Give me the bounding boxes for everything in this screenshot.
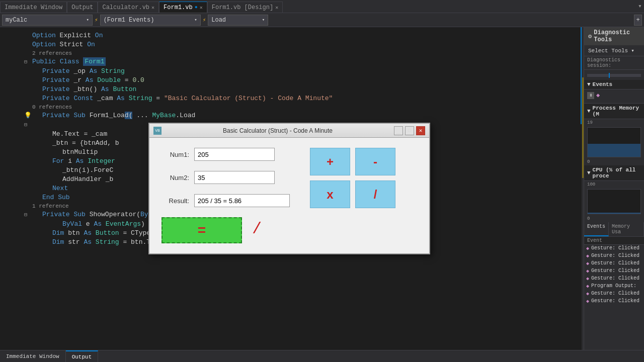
- modified-indicator: ●: [195, 5, 198, 10]
- scroll-thumb[interactable]: [581, 27, 582, 124]
- scroll-indicator: [582, 27, 584, 350]
- event-item: ◆ Gesture: Clicked: [584, 267, 644, 275]
- event-item: ◆ Gesture: Clicked: [584, 290, 644, 298]
- events-content: ⏸ ◆: [584, 89, 644, 104]
- code-line: Option Explicit On: [0, 31, 584, 40]
- tab-calculator-vb[interactable]: Calculator.vb ✕: [98, 2, 159, 13]
- equals-button[interactable]: =: [162, 217, 242, 243]
- event-dot-icon: ◆: [586, 245, 589, 251]
- events-list[interactable]: Event ◆ Gesture: Clicked ◆ Gesture: Clic…: [584, 237, 644, 350]
- project-dropdown[interactable]: myCalc ▾: [2, 15, 93, 26]
- tab-output[interactable]: Output: [67, 2, 98, 13]
- event-item: ◆ Gesture: Clicked: [584, 298, 644, 305]
- slash-hint: /: [252, 220, 262, 238]
- cpu-low-label: 0: [587, 216, 641, 221]
- lightning-icon-1: ⚡: [95, 17, 98, 23]
- cpu-high-label: 100: [587, 182, 641, 187]
- calc-app-icon: VB: [153, 127, 162, 135]
- tab-overflow[interactable]: ▾: [636, 0, 644, 13]
- bottom-tab-immediate[interactable]: Immediate Window: [0, 350, 66, 362]
- select-tools-label: Select Tools: [588, 48, 628, 54]
- minimize-button[interactable]: _: [394, 126, 403, 135]
- collapse-icon[interactable]: ⊟: [24, 122, 27, 128]
- handler-dropdown[interactable]: Load ▾: [208, 15, 268, 26]
- result-label: Result:: [162, 197, 189, 205]
- tab-immediate-window[interactable]: Immediate Window: [0, 2, 67, 13]
- event-text: Gesture: Clicked: [591, 276, 639, 281]
- diagnostic-panel: ⚙ Diagnostic Tools Select Tools ▾ Diagno…: [584, 27, 644, 350]
- calc-body: Num1: Num2: Result:: [149, 138, 429, 253]
- code-line: Private _op As String: [0, 67, 584, 76]
- event-dot-icon: ◆: [586, 291, 589, 297]
- events-column-header: Event: [584, 237, 644, 245]
- memory-usage-tab[interactable]: Memory Usa: [609, 222, 644, 236]
- session-label: Diagnostics session:: [584, 56, 644, 70]
- maximize-button[interactable]: □: [405, 126, 414, 135]
- add-button[interactable]: +: [310, 148, 350, 175]
- handler-chevron-icon: ▾: [262, 17, 265, 23]
- event-dot-icon: ◆: [586, 283, 589, 289]
- cpu-chart: [587, 189, 641, 214]
- memory-chart-container: 19 0: [584, 119, 644, 165]
- bottom-row: = /: [162, 217, 417, 243]
- code-editor[interactable]: Option Explicit On Option Strict On 2 re…: [0, 27, 584, 350]
- event-item: ◆ Program Output:: [584, 283, 644, 290]
- memory-chart-fill: [588, 144, 640, 157]
- event-text: Program Output:: [591, 283, 636, 289]
- event-text: Gesture: Clicked: [591, 253, 639, 258]
- result-input[interactable]: [194, 194, 290, 207]
- events-tab[interactable]: Events: [584, 222, 609, 236]
- event-dot-icon: ◆: [586, 268, 589, 274]
- top-ops-row: + -: [310, 148, 395, 175]
- toolbar-expand-btn[interactable]: +: [634, 15, 642, 26]
- ref-note: 0 references: [0, 103, 584, 111]
- tab-form1-vb[interactable]: Form1.vb ● ✕: [159, 2, 207, 13]
- multiply-button[interactable]: x: [310, 180, 350, 208]
- result-row: Result:: [162, 194, 290, 207]
- event-text: Gesture: Clicked: [591, 291, 639, 296]
- close-button[interactable]: ✕: [416, 126, 425, 135]
- close-form1-design-tab[interactable]: ✕: [275, 5, 278, 11]
- collapse-events-icon: ▼: [587, 81, 591, 87]
- timeline-bar: [584, 70, 644, 80]
- events-dropdown[interactable]: (Form1 Events) ▾: [100, 15, 201, 26]
- diamond-icon: ◆: [596, 92, 600, 99]
- calc-title: Basic Calculator (Struct) - Code A Minut…: [164, 127, 392, 134]
- event-item: ◆ Gesture: Clicked: [584, 245, 644, 252]
- close-form1-tab[interactable]: ✕: [200, 5, 203, 11]
- chevron-down-icon: ▾: [631, 47, 634, 54]
- bottom-ops-row: x /: [310, 180, 395, 208]
- calculator-window: VB Basic Calculator (Struct) - Code A Mi…: [148, 123, 430, 254]
- process-memory-header[interactable]: ▼ Process Memory (M: [584, 104, 644, 119]
- close-calculator-tab[interactable]: ✕: [151, 5, 154, 11]
- divide-button[interactable]: /: [355, 180, 395, 208]
- pause-button[interactable]: ⏸: [587, 92, 594, 99]
- collapse-memory-icon: ▼: [587, 108, 591, 114]
- code-line: Private _btn() As Button: [0, 85, 584, 94]
- toolbar-row: myCalc ▾ ⚡ (Form1 Events) ▾ ⚡ Load ▾ +: [0, 13, 644, 27]
- main-area: Option Explicit On Option Strict On 2 re…: [0, 27, 644, 350]
- num2-row: Num2:: [162, 171, 290, 184]
- bottom-tab-output[interactable]: Output: [66, 350, 99, 362]
- calc-titlebar: VB Basic Calculator (Struct) - Code A Mi…: [149, 124, 429, 138]
- code-line: ⊟ Public Class Form1: [0, 57, 584, 67]
- collapse-icon[interactable]: ⊟: [24, 212, 27, 218]
- collapse-cpu-icon: ▼: [587, 170, 591, 176]
- subtract-button[interactable]: -: [355, 148, 395, 175]
- tab-form1-design[interactable]: Form1.vb [Design] ✕: [207, 2, 283, 13]
- cpu-section-header[interactable]: ▼ CPU (% of all proce: [584, 165, 644, 181]
- cpu-chart-fill: [588, 213, 640, 214]
- select-tools-btn[interactable]: Select Tools ▾: [584, 45, 644, 56]
- num2-input[interactable]: [194, 171, 275, 184]
- event-text: Gesture: Clicked: [591, 298, 639, 304]
- num1-row: Num1:: [162, 148, 290, 161]
- code-line: Private Const _cam As String = "Basic Ca…: [0, 94, 584, 103]
- events-section-header[interactable]: ▼ Events: [584, 80, 644, 89]
- lightbulb-icon[interactable]: 💡: [24, 112, 32, 119]
- event-dot-icon: ◆: [586, 276, 589, 282]
- event-text: Gesture: Clicked: [591, 245, 639, 251]
- code-line: Private _r As Double = 0.0: [0, 76, 584, 85]
- num1-input[interactable]: [194, 148, 275, 161]
- collapse-icon[interactable]: ⊟: [24, 59, 27, 65]
- diagnostic-header: ⚙ Diagnostic Tools: [584, 27, 644, 45]
